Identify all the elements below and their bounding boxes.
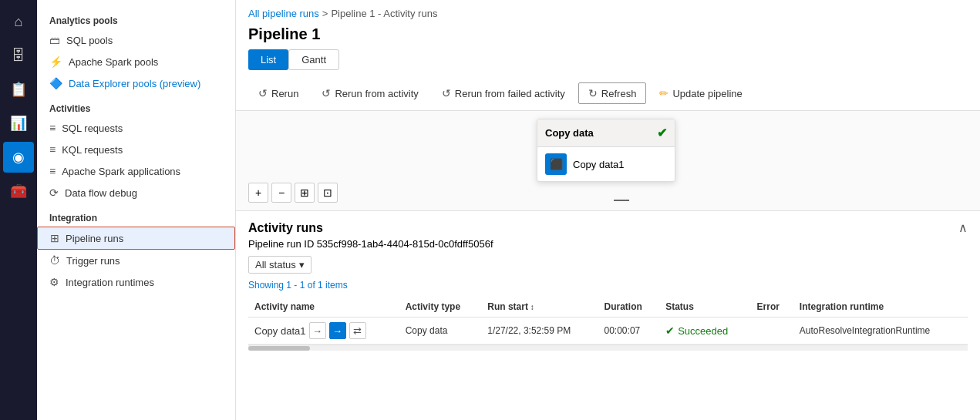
canvas-controls: + − ⊞ ⊡ [248, 183, 338, 203]
sidebar-item-data-explorer-label: Data Explorer pools (preview) [69, 78, 200, 89]
breadcrumb-current: Pipeline 1 - Activity runs [331, 8, 437, 19]
monitor-icon[interactable]: ◉ [3, 142, 34, 173]
sidebar-item-sql-requests[interactable]: ≡ SQL requests [37, 117, 235, 139]
rerun-activity-icon: ↺ [322, 87, 331, 99]
ar-header: Activity runs ∧ [248, 220, 968, 235]
zoom-in-button[interactable]: + [248, 183, 268, 203]
rerun-icon: ↺ [258, 87, 268, 99]
cell-activity-name: Copy data1 → → ⇄ [248, 318, 399, 344]
data-flow-debug-icon: ⟳ [49, 186, 59, 199]
toolbar-area: List Gantt ↺ Rerun ↺ Rerun from activity… [236, 49, 980, 111]
doc-icon[interactable]: 📋 [3, 74, 34, 105]
sidebar-item-sql-requests-label: SQL requests [62, 123, 123, 134]
sidebar-item-kql-requests[interactable]: ≡ KQL requests [37, 139, 235, 160]
minimize-bar [614, 200, 629, 201]
rerun-activity-label: Rerun from activity [335, 88, 418, 99]
chevron-down-icon: ▾ [299, 259, 305, 270]
pencil-icon: ✏ [659, 87, 668, 99]
data-explorer-icon: 🔷 [49, 77, 62, 89]
rerun-failed-button[interactable]: ↺ Rerun from failed activity [432, 82, 575, 104]
table-row: Copy data1 → → ⇄ Copy data 1/27/22, 3:52… [248, 318, 968, 344]
output-icon[interactable]: → [329, 322, 346, 339]
col-run-start[interactable]: Run start [481, 297, 598, 318]
integration-label: Integration [37, 203, 235, 227]
refresh-button[interactable]: ↻ Refresh [578, 82, 647, 104]
reset-view-button[interactable]: ⊡ [318, 183, 338, 203]
col-duration: Duration [598, 297, 660, 318]
home-icon[interactable]: ⌂ [3, 6, 34, 37]
sql-pools-icon: 🗃 [49, 34, 60, 46]
activity-name-text: Copy data1 [254, 325, 306, 337]
fit-view-button[interactable]: ⊞ [295, 183, 315, 203]
nav-icons-bar: ⌂ 🗄 📋 📊 ◉ 🧰 [0, 0, 37, 420]
page-title: Pipeline 1 [236, 22, 980, 49]
canvas-area[interactable]: Copy data ✔ ⬛ Copy data1 + − ⊞ ⊡ [236, 111, 980, 211]
status-filter-dropdown[interactable]: All status ▾ [248, 256, 312, 274]
cell-integration-runtime: AutoResolveIntegrationRuntime [793, 318, 968, 344]
input-icon[interactable]: → [309, 322, 326, 339]
sidebar-item-integration-runtimes[interactable]: ⚙ Integration runtimes [37, 271, 235, 293]
rerun-label: Rerun [271, 88, 298, 99]
refresh-icon: ↻ [588, 87, 598, 99]
sidebar-item-kql-requests-label: KQL requests [62, 144, 123, 156]
chart-icon[interactable]: 📊 [3, 108, 34, 139]
copy-data-db-icon: ⬛ [545, 153, 567, 175]
analytics-pools-label: Analytics pools [37, 6, 235, 29]
sidebar-item-pipeline-runs[interactable]: ⊞ Pipeline runs [37, 227, 235, 250]
tab-list[interactable]: List [248, 49, 288, 70]
action-bar: ↺ Rerun ↺ Rerun from activity ↺ Rerun fr… [248, 76, 968, 110]
activities-label: Activities [37, 94, 235, 117]
refresh-label: Refresh [601, 88, 637, 99]
zoom-out-button[interactable]: − [271, 183, 291, 203]
kql-requests-icon: ≡ [49, 143, 56, 156]
sidebar-item-sql-pools-label: SQL pools [66, 35, 113, 46]
row-actions: Copy data1 → → ⇄ [254, 322, 393, 339]
link-icon[interactable]: ⇄ [349, 322, 366, 339]
col-error: Error [751, 297, 793, 318]
integration-runtimes-icon: ⚙ [49, 276, 59, 288]
rerun-failed-icon: ↺ [442, 87, 451, 99]
copy-data1-item[interactable]: ⬛ Copy data1 [537, 147, 675, 181]
spark-pools-icon: ⚡ [49, 55, 62, 68]
rerun-failed-label: Rerun from failed activity [455, 88, 565, 99]
breadcrumb-separator: > [322, 8, 328, 19]
data-icon[interactable]: 🗄 [3, 40, 34, 71]
rerun-activity-button[interactable]: ↺ Rerun from activity [312, 82, 428, 104]
sidebar-item-data-flow-debug-label: Data flow debug [65, 187, 137, 199]
update-pipeline-button[interactable]: ✏ Update pipeline [649, 82, 752, 104]
rerun-button[interactable]: ↺ Rerun [248, 82, 308, 104]
ar-pipeline-id: Pipeline run ID 535cf998-1ab4-4404-815d-… [248, 238, 968, 250]
col-status: Status [659, 297, 750, 318]
sidebar-item-spark-applications[interactable]: ≡ Apache Spark applications [37, 160, 235, 182]
sidebar-item-data-flow-debug[interactable]: ⟳ Data flow debug [37, 182, 235, 203]
sidebar-item-spark-pools[interactable]: ⚡ Apache Spark pools [37, 51, 235, 72]
sidebar-item-spark-applications-label: Apache Spark applications [62, 166, 180, 177]
showing-count-text: Showing 1 - 1 of 1 items [248, 280, 968, 291]
tab-gantt[interactable]: Gantt [288, 49, 339, 70]
sidebar-item-trigger-runs[interactable]: ⏱ Trigger runs [37, 250, 235, 271]
succeeded-icon: ✔ [665, 324, 675, 337]
sql-requests-icon: ≡ [49, 122, 56, 134]
ar-collapse-button[interactable]: ∧ [958, 220, 968, 235]
pipeline-runs-icon: ⊞ [50, 232, 59, 244]
cell-duration: 00:00:07 [598, 318, 660, 344]
breadcrumb-link[interactable]: All pipeline runs [248, 8, 319, 19]
horizontal-scrollbar[interactable] [248, 344, 968, 351]
breadcrumb: All pipeline runs > Pipeline 1 - Activit… [236, 0, 980, 22]
col-activity-type: Activity type [399, 297, 482, 318]
check-icon: ✔ [657, 126, 667, 140]
ar-title: Activity runs [248, 221, 323, 235]
cell-activity-type: Copy data [399, 318, 482, 344]
copy-dropdown-header: Copy data ✔ [537, 119, 675, 147]
sidebar-item-data-explorer[interactable]: 🔷 Data Explorer pools (preview) [37, 72, 235, 94]
col-activity-name: Activity name [248, 297, 399, 318]
copy-data-dropdown: Copy data ✔ ⬛ Copy data1 [537, 119, 675, 182]
sidebar-item-sql-pools[interactable]: 🗃 SQL pools [37, 29, 235, 51]
status-filter-label: All status [255, 259, 296, 270]
status-text: Succeeded [678, 325, 728, 337]
cell-run-start: 1/27/22, 3:52:59 PM [481, 318, 598, 344]
ar-pipeline-id-value: 535cf998-1ab4-4404-815d-0c0fdff5056f [317, 238, 493, 250]
briefcase-icon[interactable]: 🧰 [3, 176, 34, 207]
copy-dropdown-title: Copy data [545, 127, 594, 139]
tabs: List Gantt [248, 49, 968, 70]
